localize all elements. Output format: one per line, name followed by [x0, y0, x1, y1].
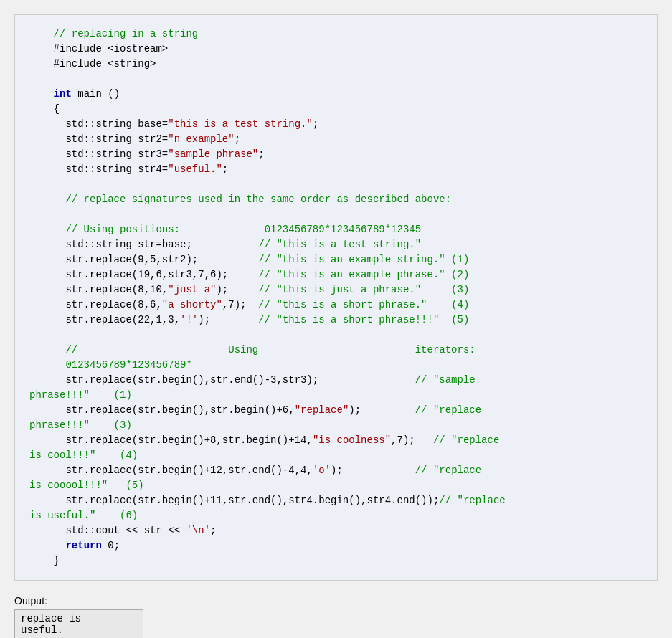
output-label: Output:: [14, 595, 658, 606]
output-section: Output: replace isuseful.: [14, 595, 658, 638]
code-block: // replacing in a string #include <iostr…: [14, 14, 658, 581]
output-box: replace isuseful.: [14, 609, 143, 638]
